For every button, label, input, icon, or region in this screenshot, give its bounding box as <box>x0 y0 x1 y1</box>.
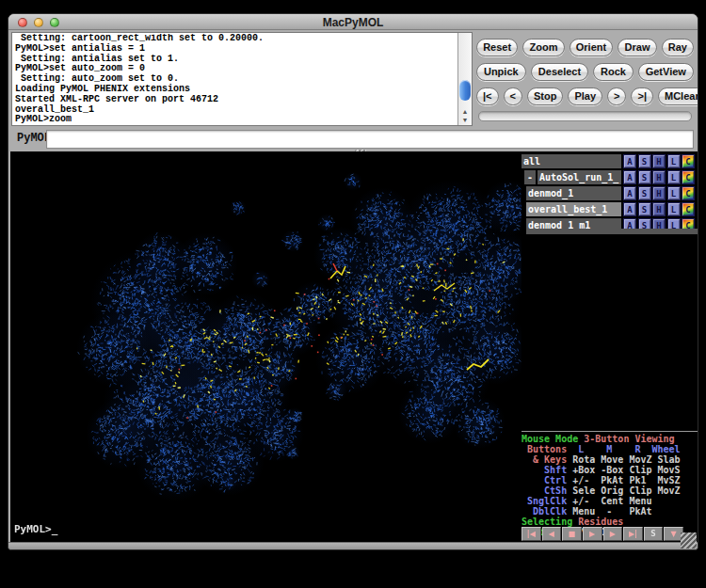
mouse-panel-line: Ctrl +/- PkAt Pk1 MvSZ <box>521 475 698 485</box>
macpymol-window: MacPyMOL Setting: cartoon_rect_width set… <box>8 13 698 550</box>
console-line: overall_best_1 <box>15 105 456 116</box>
mouse-mode-panel[interactable]: Mouse Mode 3-Button Viewing Buttons L M … <box>521 431 698 525</box>
stop-button[interactable]: Stop <box>527 87 563 105</box>
btn-button[interactable]: >| <box>631 87 653 105</box>
control-buttons: |<<StopPlay>>|MClearUnpickDeselectRockGe… <box>476 32 694 126</box>
c-menu-button[interactable]: C <box>682 170 695 184</box>
reset-button[interactable]: Reset <box>476 39 518 56</box>
mclear-button[interactable]: MClear <box>658 87 698 105</box>
btn-button[interactable]: < <box>504 87 522 105</box>
step-forward-button[interactable]: ▶ <box>603 527 623 541</box>
h-menu-button[interactable]: H <box>652 186 666 200</box>
mouse-panel-line: Mouse Mode 3-Button Viewing <box>521 434 698 444</box>
object-row-overall-best-1: overall_best_1ASHLC <box>521 202 698 216</box>
orient-button[interactable]: Orient <box>570 39 614 56</box>
toolbar-row: ResetZoomOrientDrawRay <box>476 39 694 56</box>
console-line: PyMOL>zoom <box>15 115 456 124</box>
mouse-panel-text: +/- Cent Menu <box>567 496 651 506</box>
scene-button[interactable]: S <box>644 527 664 541</box>
window-bottom-edge <box>8 542 698 549</box>
mouse-panel-text: 3-Button Viewing <box>584 434 674 444</box>
mouse-panel-text: +Box -Box Clip MovS <box>567 465 680 475</box>
play-button[interactable]: ▶ <box>583 527 602 541</box>
viewport-3d[interactable] <box>10 151 521 544</box>
c-menu-button[interactable]: C <box>682 154 695 168</box>
play-button[interactable]: Play <box>568 87 602 105</box>
btn-button[interactable]: > <box>607 87 626 105</box>
a-menu-button[interactable]: A <box>623 186 636 200</box>
s-menu-button[interactable]: S <box>638 186 651 200</box>
rock-button[interactable]: Rock <box>593 63 633 81</box>
mouse-panel-line: SnglClk +/- Cent Menu <box>521 496 698 506</box>
window-title: MacPyMOL <box>8 16 698 29</box>
command-row: PyMOL> <box>8 128 698 151</box>
ray-button[interactable]: Ray <box>662 39 694 56</box>
desktop: MacPyMOL Setting: cartoon_rect_width set… <box>0 0 706 588</box>
object-name[interactable]: overall_best_1 <box>526 202 621 216</box>
mouse-panel-text: L M R Wheel <box>567 444 680 454</box>
mouse-panel-text: Mouse Mode <box>521 434 584 444</box>
object-name[interactable]: all <box>521 154 621 168</box>
s-menu-button[interactable]: S <box>638 154 651 168</box>
rewind-button[interactable]: |◀ <box>521 527 541 541</box>
console-panel: Setting: cartoon_rect_width set to 0.200… <box>11 32 473 126</box>
mouse-panel-text: Shft <box>521 465 567 475</box>
resize-grip[interactable] <box>681 532 697 548</box>
a-menu-button[interactable]: A <box>623 170 636 184</box>
object-action-buttons: ASHLC <box>623 186 695 200</box>
s-menu-button[interactable]: S <box>638 170 651 184</box>
draw-button[interactable]: Draw <box>618 39 656 56</box>
mouse-panel-text: Rota Move MovZ Slab <box>567 454 680 465</box>
object-row-all: allASHLC <box>521 154 698 168</box>
mouse-panel-text: SnglClk <box>521 496 567 506</box>
l-menu-button[interactable]: L <box>667 202 681 216</box>
getview-button[interactable]: GetView <box>638 63 694 81</box>
scroll-down-icon[interactable]: ▼ <box>462 117 469 123</box>
object-row-autosol-run-1: -AutoSol_run_1_ASHLC <box>521 170 698 184</box>
console-line: PyMOL>set antialias = 1 <box>15 44 456 55</box>
console-scrollbar[interactable]: ▲ ▼ <box>457 33 472 125</box>
mouse-panel-line: CtSh Sele Orig Clip MovZ <box>521 485 698 496</box>
viewport-prompt: PyMOL>_ <box>14 523 57 535</box>
mouse-panel-text: Residues <box>572 516 623 527</box>
l-menu-button[interactable]: L <box>667 170 681 184</box>
h-menu-button[interactable]: H <box>652 170 666 184</box>
scroll-up-icon[interactable]: ▲ <box>462 108 469 115</box>
object-action-buttons: ASHLC <box>623 202 695 216</box>
console-line: Started XML-RPC server on port 46712 <box>15 95 456 105</box>
scrollbar-arrows: ▲ ▼ <box>458 108 472 123</box>
c-menu-button[interactable]: C <box>682 186 695 200</box>
step-back-button[interactable]: ◀ <box>542 527 562 541</box>
movie-progress-slider[interactable] <box>478 111 692 121</box>
l-menu-button[interactable]: L <box>667 186 681 200</box>
titlebar[interactable]: MacPyMOL <box>8 14 698 30</box>
object-action-buttons: ASHLC <box>623 154 695 168</box>
mouse-panel-text: Sele Orig Clip MovZ <box>567 485 680 496</box>
fast-forward-button[interactable]: ▶| <box>623 527 643 541</box>
mouse-panel-text: CtSh <box>521 485 567 496</box>
s-menu-button[interactable]: S <box>638 202 651 216</box>
l-menu-button[interactable]: L <box>667 154 681 168</box>
scrollbar-thumb[interactable] <box>459 80 471 101</box>
a-menu-button[interactable]: A <box>623 154 636 168</box>
deselect-button[interactable]: Deselect <box>531 63 589 81</box>
console-log[interactable]: Setting: cartoon_rect_width set to 0.200… <box>15 34 456 124</box>
command-input[interactable] <box>46 130 694 149</box>
top-section: Setting: cartoon_rect_width set to 0.200… <box>8 30 698 128</box>
a-menu-button[interactable]: A <box>623 202 636 216</box>
h-menu-button[interactable]: H <box>652 202 666 216</box>
btn-button[interactable]: |< <box>476 87 499 105</box>
object-name[interactable]: AutoSol_run_1_ <box>538 170 621 184</box>
zoom-button[interactable]: Zoom <box>522 39 564 56</box>
unpick-button[interactable]: Unpick <box>476 63 526 81</box>
mouse-panel-line: Buttons L M R Wheel <box>521 444 698 454</box>
mouse-panel-text: Menu - PkAt <box>567 506 651 516</box>
object-name[interactable]: denmod_1 <box>526 186 621 200</box>
expand-collapse-icon[interactable]: - <box>524 170 536 184</box>
c-menu-button[interactable]: C <box>682 202 695 216</box>
h-menu-button[interactable]: H <box>652 154 666 168</box>
stop-button[interactable]: ■ <box>562 527 582 541</box>
mouse-panel-line: Shft +Box -Box Clip MovS <box>521 465 698 475</box>
mouse-panel-text: Ctrl <box>521 475 567 485</box>
movie-controls: |◀◀■▶▶▶|S▼ <box>521 527 683 542</box>
